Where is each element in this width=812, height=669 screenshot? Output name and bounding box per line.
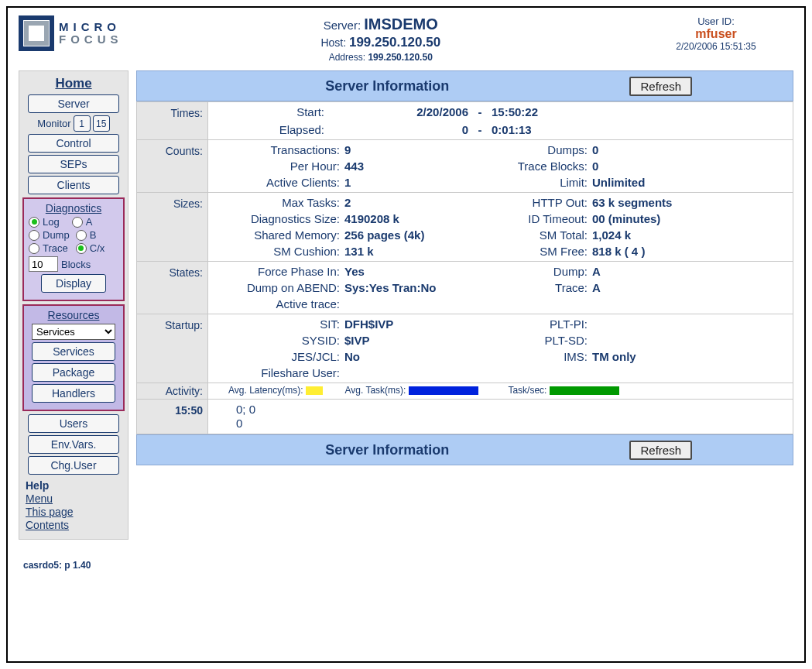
package-button[interactable]: Package — [32, 363, 115, 382]
start-time: 15:50:22 — [492, 105, 584, 118]
sidebar: Home Server Monitor 1 15 Control SEPs Cl… — [19, 70, 128, 540]
times-values: Start: 2/20/2006 - 15:50:22 Elapsed: 0 -… — [208, 102, 793, 140]
activeclients-label: Active Clients: — [213, 176, 344, 189]
jesjcl-label: JES/JCL: — [213, 350, 344, 363]
footer-version: casrdo5: p 1.40 — [23, 560, 793, 571]
jesjcl-value: No — [344, 350, 499, 363]
help-menu-link[interactable]: Menu — [26, 492, 122, 505]
diagsize-value: 4190208 k — [344, 212, 399, 225]
sizes-label: Sizes: — [137, 193, 208, 262]
smcushion-value: 131 k — [344, 245, 374, 258]
resources-select[interactable]: Services — [32, 324, 115, 340]
display-button[interactable]: Display — [41, 274, 106, 293]
chguser-button[interactable]: Chg.User — [28, 456, 120, 475]
task-sec-label: Task/sec: — [508, 385, 546, 396]
envvars-button[interactable]: Env.Vars. — [28, 435, 120, 454]
perhour-label: Per Hour: — [213, 160, 344, 173]
task-sec-bar — [550, 386, 619, 395]
page-title-bottom: Server Information — [145, 442, 629, 458]
radio-a[interactable] — [72, 217, 83, 228]
help-contents-link[interactable]: Contents — [26, 519, 122, 531]
activeclients-value: 1 — [344, 176, 499, 189]
refresh-button-bottom[interactable]: Refresh — [629, 441, 692, 460]
seps-button[interactable]: SEPs — [28, 155, 120, 173]
server-button[interactable]: Server — [28, 94, 120, 113]
logo-line1: MICRO — [59, 21, 123, 34]
dumps-value: 0 — [592, 143, 788, 156]
control-button[interactable]: Control — [28, 134, 120, 153]
dumpabend-value: Sys:Yes Tran:No — [344, 281, 499, 294]
handlers-button[interactable]: Handlers — [32, 384, 115, 403]
radio-cx[interactable] — [76, 243, 87, 254]
smfree-label: SM Free: — [499, 245, 592, 258]
elapsed-sep: - — [468, 123, 492, 136]
states-label: States: — [137, 262, 208, 314]
resources-title: Resources — [27, 309, 120, 321]
avg-latency-label: Avg. Latency(ms): — [228, 385, 303, 396]
ims-value: TM only — [592, 350, 788, 363]
counts-label: Counts: — [137, 140, 208, 193]
avg-task-bar — [409, 386, 478, 395]
tracestate-value: A — [592, 281, 788, 294]
page-title: Server Information — [145, 78, 629, 94]
host-value: 199.250.120.50 — [349, 35, 440, 50]
startup-values: SIT:DFH$IVPPLT-PI: SYSID:$IVPPLT-SD: JES… — [208, 314, 793, 383]
activity-label: Activity: — [137, 383, 208, 400]
radio-dump-label: Dump — [43, 229, 70, 241]
help-thispage-link[interactable]: This page — [26, 506, 122, 518]
refresh-button-top[interactable]: Refresh — [629, 77, 692, 96]
tracestate-label: Trace: — [499, 281, 592, 294]
diagsize-label: Diagnostics Size: — [213, 212, 344, 225]
radio-log[interactable] — [29, 217, 39, 228]
radio-b[interactable] — [76, 230, 87, 241]
radio-trace-label: Trace — [43, 242, 68, 254]
avg-latency-bar — [306, 386, 323, 395]
blocks-label: Blocks — [61, 259, 91, 270]
start-label: Start: — [213, 105, 329, 118]
forcephase-label: Force Phase In: — [213, 265, 344, 278]
radio-trace[interactable] — [29, 243, 39, 254]
logo-line2: FOCUS — [59, 33, 123, 46]
sharedmem-value: 256 pages (4k) — [344, 228, 424, 242]
clients-button[interactable]: Clients — [28, 176, 120, 194]
users-button[interactable]: Users — [28, 414, 120, 433]
fsuser-label: Fileshare User: — [213, 366, 344, 379]
logo: MICRO FOCUS — [19, 15, 123, 51]
tick-line2: 0 — [236, 417, 788, 431]
services-button[interactable]: Services — [32, 342, 115, 361]
radio-a-label: A — [86, 216, 93, 228]
elapsed-days: 0 — [329, 123, 468, 136]
pltpi-label: PLT-PI: — [499, 317, 592, 331]
ims-label: IMS: — [499, 350, 592, 363]
monitor-15-button[interactable]: 15 — [93, 115, 110, 132]
tick-values: 0; 0 0 — [208, 400, 793, 434]
forcephase-value: Yes — [344, 265, 499, 278]
traceblocks-label: Trace Blocks: — [499, 160, 592, 173]
sizes-values: Max Tasks:2HTTP Out:63 k segments Diagno… — [208, 193, 793, 262]
smtotal-label: SM Total: — [499, 228, 592, 242]
startup-label: Startup: — [137, 314, 208, 383]
counts-values: Transactions:9Dumps:0 Per Hour:443Trace … — [208, 140, 793, 193]
radio-dump[interactable] — [29, 230, 39, 241]
start-date: 2/20/2006 — [329, 105, 468, 118]
title-bar-bottom: Server Information Refresh — [136, 434, 793, 465]
title-bar-top: Server Information Refresh — [136, 70, 793, 101]
states-values: Force Phase In:YesDump:A Dump on ABEND:S… — [208, 262, 793, 314]
timestamp: 2/20/2006 15:51:35 — [639, 41, 793, 52]
avg-task-label: Avg. Task(ms): — [344, 385, 406, 396]
idtimeout-label: ID Timeout: — [499, 212, 592, 225]
home-link[interactable]: Home — [22, 76, 125, 91]
elapsed-label: Elapsed: — [213, 123, 329, 136]
monitor-1-button[interactable]: 1 — [74, 115, 91, 132]
sit-value: DFH$IVP — [344, 317, 499, 331]
smfree-value: 818 k ( 4 ) — [592, 245, 645, 258]
transactions-label: Transactions: — [213, 143, 344, 156]
server-name: IMSDEMO — [364, 15, 438, 33]
httpout-value: 63 k segments — [592, 196, 672, 209]
transactions-value: 9 — [344, 143, 499, 156]
userid-label: User ID: — [639, 15, 793, 27]
tick-line1: 0; 0 — [236, 403, 788, 417]
blocks-input[interactable] — [29, 256, 58, 272]
traceblocks-value: 0 — [592, 160, 788, 173]
activity-values: Avg. Latency(ms): Avg. Task(ms): Task/se… — [208, 383, 793, 400]
